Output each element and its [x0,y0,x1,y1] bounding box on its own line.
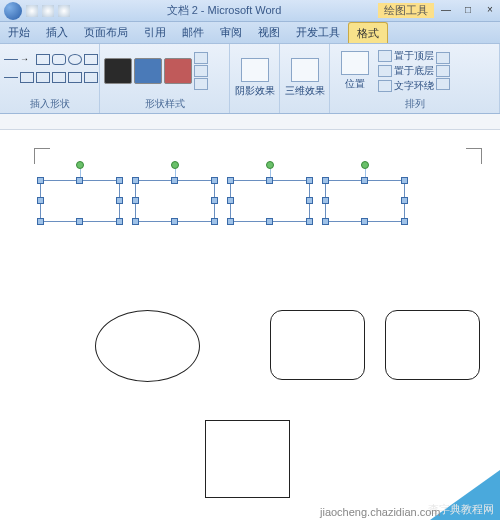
style-swatch-blue[interactable] [134,58,162,84]
selected-rectangle[interactable] [325,180,405,222]
resize-handle[interactable] [37,197,44,204]
outline-icon[interactable] [194,65,208,77]
rounded-rectangle-shape[interactable] [385,310,480,380]
resize-handle[interactable] [266,177,273,184]
resize-handle[interactable] [132,177,139,184]
maximize-button[interactable]: □ [458,3,478,19]
bring-front-button[interactable]: 置于顶层 [378,49,434,63]
square-shape[interactable] [205,420,290,498]
resize-handle[interactable] [76,218,83,225]
document-canvas[interactable]: 查字典教程网 jiaocheng.chazidian.com [0,130,500,520]
position-button[interactable]: 位置 [334,51,376,91]
tab-home[interactable]: 开始 [0,22,38,43]
ellipse-shape[interactable] [95,310,200,382]
shape-poly-icon[interactable] [20,72,34,83]
selected-rectangle[interactable] [40,180,120,222]
watermark-url: jiaocheng.chazidian.com [320,506,440,518]
shape-roundrect-icon[interactable] [52,54,66,65]
resize-handle[interactable] [116,197,123,204]
shape-brace-icon[interactable] [36,72,50,83]
resize-handle[interactable] [132,218,139,225]
rounded-rectangle-shape[interactable] [270,310,365,380]
resize-handle[interactable] [211,218,218,225]
resize-handle[interactable] [306,177,313,184]
shape-extra-icon[interactable] [84,72,98,83]
resize-handle[interactable] [211,197,218,204]
shape-line-icon[interactable] [4,59,18,70]
resize-handle[interactable] [116,177,123,184]
fill-icon[interactable] [194,52,208,64]
selected-rectangle[interactable] [135,180,215,222]
tab-layout[interactable]: 页面布局 [76,22,136,43]
selected-rectangle[interactable] [230,180,310,222]
position-label: 位置 [334,77,376,91]
resize-handle[interactable] [306,218,313,225]
resize-handle[interactable] [37,177,44,184]
resize-handle[interactable] [322,177,329,184]
resize-handle[interactable] [37,218,44,225]
tab-references[interactable]: 引用 [136,22,174,43]
rotate-handle[interactable] [76,161,84,169]
close-button[interactable]: × [480,3,500,19]
shadow-icon [241,58,269,82]
resize-handle[interactable] [227,218,234,225]
tab-format[interactable]: 格式 [348,22,388,43]
resize-handle[interactable] [266,218,273,225]
resize-handle[interactable] [132,197,139,204]
group-label [234,110,275,111]
title-bar: ​ ​ ​ 文档 2 - Microsoft Word 绘图工具 — □ × [0,0,500,22]
shape-rect-icon[interactable] [36,54,50,65]
group-arrange: 位置 置于顶层 置于底层 文字环绕 排列 [330,44,500,113]
resize-handle[interactable] [171,177,178,184]
tab-view[interactable]: 视图 [250,22,288,43]
shape-line2-icon[interactable] [4,77,18,88]
qat-save-icon[interactable]: ​ [26,5,38,17]
shape-star-icon[interactable] [52,72,66,83]
shape-arrow-icon[interactable] [20,54,34,65]
office-orb[interactable] [4,2,22,20]
shadow-button[interactable]: 阴影效果 [234,58,275,98]
resize-handle[interactable] [76,177,83,184]
align-icon[interactable] [436,52,450,64]
resize-handle[interactable] [361,177,368,184]
rotate-icon[interactable] [436,78,450,90]
minimize-button[interactable]: — [436,3,456,19]
send-back-button[interactable]: 置于底层 [378,64,434,78]
resize-handle[interactable] [171,218,178,225]
style-swatch-black[interactable] [104,58,132,84]
group-3d: 三维效果 [280,44,330,113]
resize-handle[interactable] [322,197,329,204]
resize-handle[interactable] [306,197,313,204]
rotate-handle[interactable] [361,161,369,169]
resize-handle[interactable] [227,177,234,184]
shape-gallery[interactable] [4,54,98,88]
rotate-handle[interactable] [171,161,179,169]
resize-handle[interactable] [227,197,234,204]
tab-developer[interactable]: 开发工具 [288,22,348,43]
rotate-handle[interactable] [266,161,274,169]
resize-handle[interactable] [401,218,408,225]
qat-undo-icon[interactable]: ​ [42,5,54,17]
resize-handle[interactable] [116,218,123,225]
group-icon[interactable] [436,65,450,77]
tab-insert[interactable]: 插入 [38,22,76,43]
text-wrap-icon [378,80,392,92]
shape-callout-icon[interactable] [68,72,82,83]
tab-mailings[interactable]: 邮件 [174,22,212,43]
shape-ellipse-icon[interactable] [68,54,82,65]
send-back-label: 置于底层 [394,64,434,78]
text-wrap-button[interactable]: 文字环绕 [378,79,434,93]
resize-handle[interactable] [322,218,329,225]
resize-handle[interactable] [401,197,408,204]
tab-review[interactable]: 审阅 [212,22,250,43]
horizontal-ruler[interactable] [0,114,500,130]
resize-handle[interactable] [401,177,408,184]
effects-icon[interactable] [194,78,208,90]
qat-redo-icon[interactable]: ​ [58,5,70,17]
resize-handle[interactable] [211,177,218,184]
group-shape-styles: 形状样式 [100,44,230,113]
threeD-button[interactable]: 三维效果 [284,58,325,98]
shape-more-icon[interactable] [84,54,98,65]
resize-handle[interactable] [361,218,368,225]
style-swatch-red[interactable] [164,58,192,84]
